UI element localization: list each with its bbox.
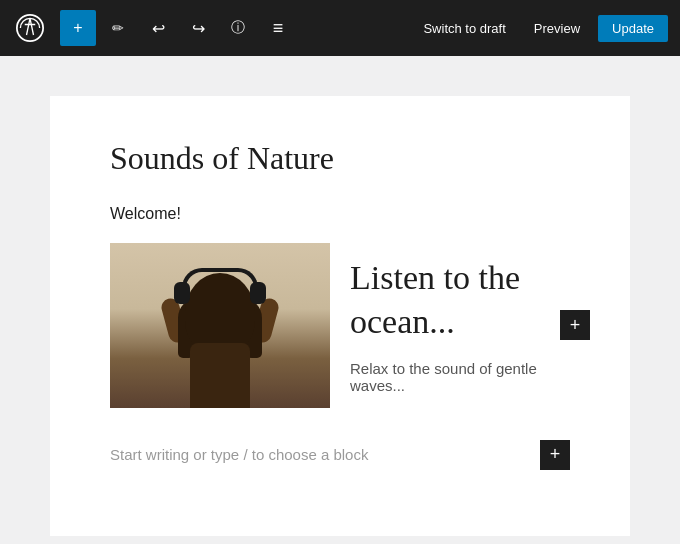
add-block-button[interactable]: +: [60, 10, 96, 46]
info-icon: ⓘ: [231, 19, 245, 37]
redo-icon: ↪: [192, 19, 205, 38]
text-content: Listen to the ocean... Relax to the soun…: [350, 256, 570, 394]
toolbar-right: Switch to draft Preview Update: [413, 15, 668, 42]
headphone-left: [174, 282, 190, 304]
undo-icon: ↩: [152, 19, 165, 38]
toolbar: + ✏ ↩ ↪ ⓘ ≡ Switch to draft Preview Upda…: [0, 0, 680, 56]
ocean-subtext[interactable]: Relax to the sound of gentle waves...: [350, 360, 570, 394]
undo-button[interactable]: ↩: [140, 10, 176, 46]
add-icon: +: [73, 19, 82, 37]
preview-button[interactable]: Preview: [524, 15, 590, 42]
pencil-icon: ✏: [112, 20, 124, 36]
switch-to-draft-button[interactable]: Switch to draft: [413, 15, 515, 42]
editor-canvas: Sounds of Nature Welcome!: [50, 96, 630, 536]
welcome-block[interactable]: Welcome!: [110, 205, 570, 223]
start-writing-add-icon: +: [550, 444, 561, 465]
body-torso: [190, 343, 250, 408]
media-text-block: + Listen to the ocean... Relax to the so…: [110, 243, 570, 408]
media-image[interactable]: [110, 243, 330, 408]
settings-button[interactable]: ≡: [260, 10, 296, 46]
wp-logo: [12, 10, 48, 46]
headphone-right: [250, 282, 266, 304]
start-writing-placeholder[interactable]: Start writing or type / to choose a bloc…: [110, 446, 368, 463]
menu-icon: ≡: [273, 18, 284, 39]
editor-wrapper: Sounds of Nature Welcome!: [0, 56, 680, 544]
start-writing-row: Start writing or type / to choose a bloc…: [110, 432, 570, 478]
redo-button[interactable]: ↪: [180, 10, 216, 46]
info-button[interactable]: ⓘ: [220, 10, 256, 46]
headphone-band: [182, 268, 258, 288]
page-title[interactable]: Sounds of Nature: [110, 136, 570, 181]
add-block-float-button[interactable]: +: [560, 310, 590, 340]
update-button[interactable]: Update: [598, 15, 668, 42]
start-writing-add-button[interactable]: +: [540, 440, 570, 470]
add-float-icon: +: [570, 315, 581, 336]
edit-button[interactable]: ✏: [100, 10, 136, 46]
person-silhouette: [160, 268, 280, 408]
ocean-heading[interactable]: Listen to the ocean...: [350, 256, 570, 344]
